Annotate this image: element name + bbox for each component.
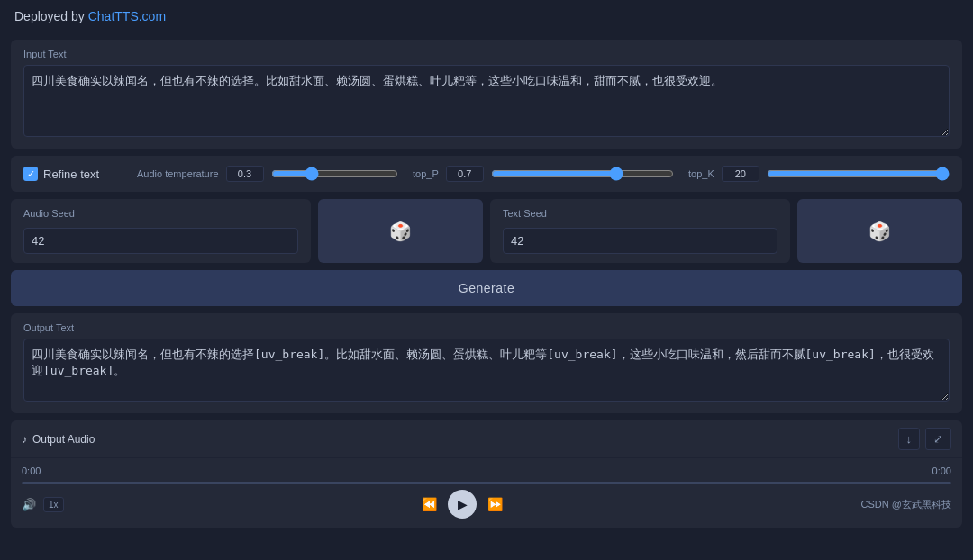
text-dice-icon: 🎲	[868, 221, 891, 242]
audio-temp-group: Audio temperature 0.3	[137, 165, 398, 183]
audio-controls-row: 🔊 1x ⏪ ▶ ⏩ CSDN @玄武黑科技	[22, 490, 951, 519]
audio-header: ♪ Output Audio ↓ ⤢	[11, 420, 962, 458]
main-container: Input Text ✓ Refine text Audio temperatu…	[0, 32, 973, 535]
audio-center-controls: ⏪ ▶ ⏩	[422, 490, 503, 519]
audio-timeline: 0:00 0:00	[22, 465, 951, 476]
current-time: 0:00	[22, 465, 41, 476]
audio-title: ♪ Output Audio	[22, 433, 95, 446]
top-k-group: top_K 20	[688, 165, 950, 183]
top-k-slider[interactable]	[767, 167, 950, 181]
forward-icon[interactable]: ⏩	[487, 497, 503, 511]
text-seed-dice-button[interactable]: 🎲	[797, 199, 962, 263]
output-label: Output Text	[23, 322, 950, 333]
total-time: 0:00	[932, 465, 951, 476]
text-seed-card: Text Seed	[490, 199, 790, 263]
generate-button[interactable]: Generate	[11, 270, 962, 306]
chattts-link[interactable]: ChatTTS.com	[88, 9, 166, 23]
refine-text-checkbox[interactable]: ✓	[23, 167, 38, 181]
top-p-slider-wrapper	[491, 165, 674, 183]
input-label: Input Text	[23, 49, 950, 59]
input-card: Input Text	[11, 40, 962, 149]
output-audio-label: Output Audio	[32, 433, 95, 446]
watermark: CSDN @玄武黑科技	[861, 498, 951, 511]
top-k-label: top_K	[688, 168, 714, 179]
refine-text-label: Refine text	[43, 167, 99, 181]
input-textarea[interactable]	[23, 65, 950, 137]
top-k-value: 20	[722, 166, 759, 182]
audio-player-area: 0:00 0:00 🔊 1x ⏪ ▶ ⏩ CSDN @玄武黑科技	[11, 458, 962, 528]
audio-left-controls: 🔊 1x	[22, 497, 64, 512]
top-p-group: top_P 0.7	[413, 165, 674, 183]
top-p-label: top_P	[413, 168, 439, 179]
seeds-row: Audio Seed 🎲 Text Seed 🎲	[11, 199, 962, 263]
audio-progress-bar[interactable]	[22, 482, 951, 484]
audio-seed-dice-button[interactable]: 🎲	[318, 199, 483, 263]
top-p-slider[interactable]	[491, 167, 674, 181]
share-button[interactable]: ⤢	[925, 428, 951, 450]
audio-temp-label: Audio temperature	[137, 168, 219, 179]
download-button[interactable]: ↓	[898, 428, 921, 450]
volume-icon[interactable]: 🔊	[22, 498, 36, 511]
output-card: Output Text	[11, 313, 962, 413]
controls-row: ✓ Refine text Audio temperature 0.3 top_…	[11, 156, 962, 192]
audio-actions: ↓ ⤢	[898, 428, 952, 450]
text-seed-input[interactable]	[503, 228, 777, 254]
audio-temp-value: 0.3	[226, 166, 264, 182]
rewind-icon[interactable]: ⏪	[422, 497, 437, 511]
top-bar: Deployed by ChatTTS.com	[0, 0, 973, 32]
audio-seed-label: Audio Seed	[23, 208, 298, 219]
top-p-value: 0.7	[446, 166, 484, 182]
deployed-prefix: Deployed by	[14, 9, 88, 23]
audio-section: ♪ Output Audio ↓ ⤢ 0:00 0:00 🔊 1x ⏪	[11, 420, 962, 528]
audio-dice-icon: 🎲	[389, 221, 412, 242]
text-seed-label: Text Seed	[503, 208, 777, 219]
refine-text-group: ✓ Refine text	[23, 167, 123, 181]
speed-badge[interactable]: 1x	[43, 497, 64, 512]
audio-seed-input[interactable]	[23, 228, 298, 254]
music-icon: ♪	[22, 433, 27, 446]
output-textarea[interactable]	[23, 339, 950, 402]
audio-temp-slider[interactable]	[271, 167, 399, 181]
audio-temp-slider-wrapper	[271, 165, 399, 183]
play-button[interactable]: ▶	[448, 490, 477, 519]
top-k-slider-wrapper	[767, 165, 950, 183]
audio-seed-card: Audio Seed	[11, 199, 311, 263]
